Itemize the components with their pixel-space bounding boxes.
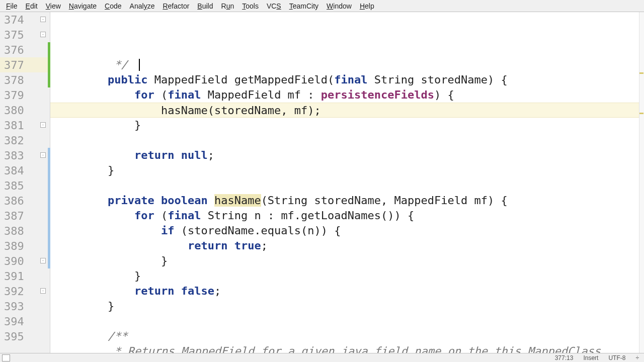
code-line[interactable]: }: [50, 268, 644, 284]
menu-analyze[interactable]: Analyze: [126, 1, 159, 11]
menu-tools[interactable]: Tools: [238, 1, 263, 11]
stripe-marker[interactable]: [639, 113, 643, 114]
gutter-line[interactable]: 390-: [0, 253, 50, 268]
status-sep[interactable]: ÷: [630, 354, 644, 361]
code-line[interactable]: private boolean hasName(String storedNam…: [50, 193, 644, 208]
gutter-line[interactable]: 391: [0, 268, 50, 284]
code-line[interactable]: }: [50, 163, 644, 178]
code-line[interactable]: [50, 133, 644, 148]
code-line[interactable]: [50, 314, 644, 329]
fold-icon[interactable]: -: [40, 17, 46, 22]
gutter-line[interactable]: 387: [0, 208, 50, 223]
gutter-line[interactable]: 395: [0, 329, 50, 344]
code-line[interactable]: return false;: [50, 284, 644, 299]
fold-icon[interactable]: -: [40, 258, 46, 263]
code-line[interactable]: for (final MappedField mf : persistenceF…: [50, 87, 644, 103]
gutter-line[interactable]: 377: [0, 57, 50, 72]
fold-icon[interactable]: -: [40, 288, 46, 294]
menu-run[interactable]: Run: [217, 1, 238, 11]
menu-vcs[interactable]: VCS: [263, 1, 285, 11]
editor-area[interactable]: 374-375-376377378379380381-382383-384385…: [0, 12, 644, 353]
status-insert: Insert: [578, 354, 603, 361]
code-line[interactable]: /**: [50, 329, 644, 344]
menu-help[interactable]: Help: [356, 1, 378, 11]
code-content[interactable]: */ public MappedField getMappedField(fin…: [50, 12, 644, 353]
code-line[interactable]: return null;: [50, 148, 644, 163]
code-line[interactable]: [50, 178, 644, 193]
gutter: 374-375-376377378379380381-382383-384385…: [0, 12, 50, 353]
gutter-line[interactable]: 388: [0, 223, 50, 238]
code-line[interactable]: hasName(storedName, mf);: [50, 103, 644, 118]
gutter-line[interactable]: 380: [0, 103, 50, 118]
gutter-line[interactable]: 386: [0, 193, 50, 208]
status-encoding[interactable]: UTF-8: [603, 354, 630, 361]
gutter-line[interactable]: 376: [0, 42, 50, 57]
code-line[interactable]: public MappedField getMappedField(final …: [50, 72, 644, 87]
code-line[interactable]: if (storedName.equals(n)) {: [50, 223, 644, 238]
code-line[interactable]: }: [50, 253, 644, 268]
code-line[interactable]: return true;: [50, 238, 644, 253]
gutter-line[interactable]: 383-: [0, 148, 50, 163]
gutter-line[interactable]: 375-: [0, 27, 50, 42]
gutter-line[interactable]: 384: [0, 163, 50, 178]
menu-bar: FileEditViewNavigateCodeAnalyzeRefactorB…: [0, 0, 644, 12]
menu-code[interactable]: Code: [101, 1, 125, 11]
menu-navigate[interactable]: Navigate: [65, 1, 101, 11]
menu-edit[interactable]: Edit: [22, 1, 42, 11]
gutter-line[interactable]: 393: [0, 299, 50, 314]
tool-window-icon[interactable]: [2, 354, 10, 361]
menu-refactor[interactable]: Refactor: [158, 1, 193, 11]
gutter-line[interactable]: 378: [0, 72, 50, 87]
gutter-line[interactable]: 385: [0, 178, 50, 193]
fold-icon[interactable]: -: [40, 122, 46, 128]
code-line[interactable]: }: [50, 299, 644, 314]
gutter-line[interactable]: 392-: [0, 284, 50, 299]
stripe-marker[interactable]: [639, 72, 643, 74]
status-position: 377:13: [550, 354, 579, 361]
text-caret: [139, 59, 140, 71]
gutter-line[interactable]: 381-: [0, 118, 50, 133]
fold-icon[interactable]: -: [40, 152, 46, 158]
menu-build[interactable]: Build: [193, 1, 217, 11]
menu-teamcity[interactable]: TeamCity: [285, 1, 323, 11]
gutter-line[interactable]: 374-: [0, 12, 50, 27]
gutter-line[interactable]: 394: [0, 314, 50, 329]
gutter-line[interactable]: 379: [0, 87, 50, 103]
code-line[interactable]: }: [50, 118, 644, 133]
menu-window[interactable]: Window: [323, 1, 356, 11]
code-line[interactable]: for (final String n : mf.getLoadNames())…: [50, 208, 644, 223]
menu-view[interactable]: View: [42, 1, 65, 11]
gutter-line[interactable]: 382: [0, 133, 50, 148]
status-bar: 377:13 Insert UTF-8 ÷: [0, 353, 644, 362]
gutter-line[interactable]: 389: [0, 238, 50, 253]
menu-file[interactable]: File: [2, 1, 22, 11]
error-stripe[interactable]: [639, 12, 644, 353]
fold-icon[interactable]: -: [40, 32, 46, 37]
